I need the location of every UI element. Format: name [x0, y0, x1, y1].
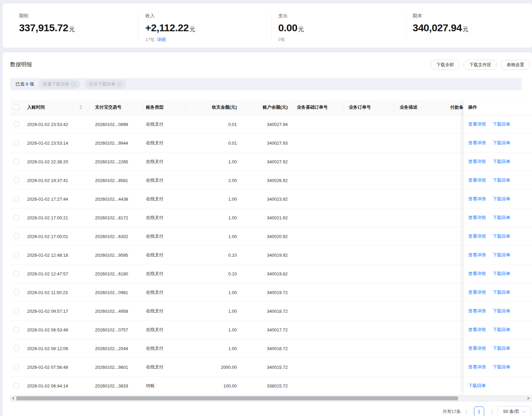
cell-txn: 20260102...8581: [95, 178, 128, 183]
prev-page-icon[interactable]: [465, 410, 470, 414]
cell-amount: 1.00: [228, 215, 237, 220]
cell-amount: 0.10: [228, 253, 237, 258]
row-checkbox[interactable]: [14, 308, 19, 314]
summary-label: 支出: [278, 13, 406, 19]
table-row: 2026-01-02 17:00:01 20260102...6302 在线支付…: [10, 227, 532, 246]
header-txn: 支付宝交易号: [95, 104, 121, 110]
summary-value: 0.00: [278, 22, 297, 34]
horizontal-scrollbar[interactable]: [10, 395, 532, 401]
table-row: 2026-01-02 08:53:48 20260102...0757 在线支付…: [10, 321, 532, 339]
view-detail-link[interactable]: 查看详情: [468, 215, 486, 221]
download-receipt-link[interactable]: 下载回单: [493, 196, 510, 202]
table-row: 2026-01-02 08:12:06 20260102...2044 在线支付…: [10, 339, 532, 358]
table-row: 2026-01-02 06:44:14 20260102...3833 转账 1…: [10, 377, 532, 395]
view-detail-link[interactable]: 查看详情: [468, 177, 486, 183]
cell-balance: 340023.92: [267, 197, 288, 202]
summary-card: 期初 337,915.72 元 收入 +2,112.22 元 17笔详细 支出 …: [3, 3, 532, 48]
scrollbar-thumb[interactable]: [16, 396, 458, 400]
summary-value: +2,112.22: [145, 22, 189, 34]
row-checkbox[interactable]: [14, 234, 19, 239]
view-detail-link[interactable]: 查看详情: [468, 140, 486, 146]
toolbar-button[interactable]: 表格设置: [501, 60, 530, 70]
row-checkbox[interactable]: [14, 178, 19, 183]
cell-txn: 20260102...2044: [95, 346, 128, 351]
summary-value: 337,915.72: [19, 22, 68, 34]
header-time: 入账时间: [27, 104, 45, 110]
cell-time: 2026-01-02 07:56:48: [27, 365, 68, 370]
scrollbar-right-arrow-icon[interactable]: [528, 397, 530, 400]
merge-download-button[interactable]: 合并下载回单 i: [84, 79, 126, 89]
cell-time: 2026-01-02 17:00:21: [27, 215, 68, 220]
view-detail-link[interactable]: 查看详情: [468, 327, 486, 333]
download-receipt-link[interactable]: 下载回单: [493, 364, 510, 370]
cell-amount: 1.00: [228, 327, 237, 332]
view-detail-link[interactable]: 查看详情: [468, 289, 486, 295]
toolbar-button[interactable]: 下载文件区: [463, 60, 497, 70]
scrollbar-left-arrow-icon[interactable]: [12, 397, 14, 400]
download-receipt-link[interactable]: 下载回单: [493, 252, 510, 258]
view-detail-link[interactable]: 查看详情: [468, 159, 486, 165]
cell-balance: 340026.92: [267, 178, 288, 183]
row-checkbox[interactable]: [14, 140, 19, 146]
select-all-checkbox[interactable]: [14, 105, 19, 110]
download-receipt-link[interactable]: 下载回单: [493, 308, 510, 314]
selection-text: 已选0项: [16, 81, 34, 87]
cell-balance: 340019.92: [267, 253, 288, 258]
cell-amount: 1.00: [228, 346, 237, 351]
row-checkbox[interactable]: [14, 364, 19, 370]
info-icon: i: [71, 82, 76, 87]
view-detail-link[interactable]: 查看详情: [468, 271, 486, 277]
download-receipt-link[interactable]: 下载回单: [493, 215, 510, 221]
cell-type: 在线支付: [146, 308, 164, 314]
summary-column: 期末 340,027.94 元: [406, 3, 532, 48]
row-checkbox[interactable]: [14, 346, 19, 351]
batch-download-button[interactable]: 批量下载回单 i: [38, 79, 80, 89]
next-page-icon[interactable]: [489, 410, 493, 414]
table-body: 2026-01-02 23:53:42 20260102...0899 在线支付…: [10, 115, 532, 395]
download-receipt-link[interactable]: 下载回单: [493, 177, 510, 183]
download-receipt-link[interactable]: 下载回单: [493, 345, 510, 351]
cell-type: 在线支付: [146, 196, 164, 202]
cell-txn: 20260102...8172: [95, 215, 128, 220]
download-receipt-link[interactable]: 下载回单: [493, 289, 510, 295]
cell-amount: 100.00: [223, 383, 237, 388]
cell-type: 在线支付: [146, 345, 164, 351]
row-checkbox[interactable]: [14, 290, 19, 295]
header-balance: 账户余额(元): [263, 104, 288, 110]
view-detail-link[interactable]: 查看详情: [468, 252, 486, 258]
view-detail-link[interactable]: 查看详情: [468, 121, 486, 127]
view-detail-link[interactable]: 查看详情: [468, 196, 486, 202]
sort-icon[interactable]: [79, 105, 82, 109]
toolbar-button[interactable]: 下载全部: [431, 60, 460, 70]
summary-detail-link[interactable]: 详细: [157, 37, 166, 42]
row-checkbox[interactable]: [14, 196, 19, 202]
operation-cell: 查看详情 下载回单: [463, 134, 532, 152]
cell-txn: 20260102...9944: [95, 141, 128, 146]
row-checkbox[interactable]: [14, 271, 19, 276]
cell-time: 2026-01-02 12:47:57: [27, 271, 68, 276]
download-receipt-link[interactable]: 下载回单: [493, 159, 510, 165]
operation-cell: 查看详情 下载回单: [463, 152, 532, 171]
row-checkbox[interactable]: [14, 327, 19, 332]
row-checkbox[interactable]: [14, 252, 19, 258]
row-checkbox[interactable]: [14, 215, 19, 220]
row-checkbox[interactable]: [14, 383, 19, 388]
operation-column: 操作 查看详情 下载回单 查看详情 下载回单 查看详情 下载回单 查看详情 下载…: [463, 100, 532, 395]
row-checkbox[interactable]: [14, 122, 19, 127]
view-detail-link[interactable]: 查看详情: [468, 345, 486, 351]
download-receipt-link[interactable]: 下载回单: [493, 121, 510, 127]
view-detail-link[interactable]: 查看详情: [468, 364, 486, 370]
cell-balance: 340027.93: [267, 141, 288, 146]
page-size-select[interactable]: 50 条/页: [497, 406, 531, 416]
cell-balance: 340027.94: [267, 122, 288, 127]
cell-time: 2026-01-02 23:53:42: [27, 122, 68, 127]
download-receipt-link[interactable]: 下载回单: [493, 140, 510, 146]
row-checkbox[interactable]: [14, 159, 19, 164]
download-receipt-link[interactable]: 下载回单: [493, 327, 510, 333]
download-receipt-link[interactable]: 下载回单: [468, 383, 486, 389]
current-page-button[interactable]: 1: [474, 406, 484, 416]
view-detail-link[interactable]: 查看详情: [468, 233, 486, 239]
view-detail-link[interactable]: 查看详情: [468, 308, 486, 314]
download-receipt-link[interactable]: 下载回单: [493, 233, 510, 239]
download-receipt-link[interactable]: 下载回单: [493, 271, 510, 277]
